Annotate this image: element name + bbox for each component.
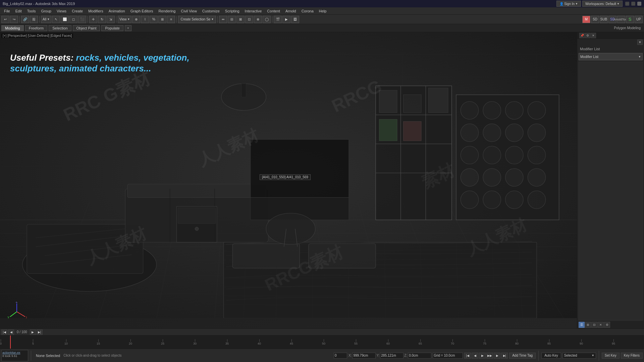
- tab-object-paint[interactable]: Object Paint: [73, 25, 100, 31]
- timeline-start-button[interactable]: |◀: [1, 329, 7, 335]
- x-value[interactable]: 999.79cm: [352, 353, 376, 359]
- menu-arnold[interactable]: Arnold: [283, 8, 299, 14]
- panel-expand-button[interactable]: ▼: [637, 40, 643, 45]
- percent-snap-button[interactable]: %: [150, 16, 158, 23]
- tab-modeling[interactable]: Modeling: [1, 25, 24, 31]
- menu-edit[interactable]: Edit: [13, 8, 24, 14]
- y-value[interactable]: 285.121m: [380, 353, 404, 359]
- select-link-button[interactable]: 🔗: [21, 16, 29, 23]
- menu-file[interactable]: File: [1, 8, 13, 14]
- workspace-dropdown[interactable]: Workspaces: Default ▼: [582, 1, 623, 7]
- select-region-button[interactable]: ⬜: [61, 16, 69, 23]
- view-dropdown[interactable]: View ▼: [118, 16, 131, 23]
- menu-customize[interactable]: Customize: [200, 8, 222, 14]
- unlink-button[interactable]: ⛓: [30, 16, 38, 23]
- spinner-snap-button[interactable]: ⊞: [158, 16, 166, 23]
- select-window-button[interactable]: ◻: [69, 16, 77, 23]
- playback-controls: |◀ ◀ ▶ ▶▶ ▶ ▶|: [464, 353, 508, 359]
- prev-frame-button[interactable]: ◀: [472, 353, 478, 359]
- menu-graph-editors[interactable]: Graph Editors: [128, 8, 156, 14]
- menu-tools[interactable]: Tools: [24, 8, 39, 14]
- select-crossing-button[interactable]: ⬛: [78, 16, 86, 23]
- panel-pin-button[interactable]: 📌: [579, 33, 585, 38]
- arnold-tools-btn[interactable]: ArnoldTools: [617, 16, 625, 23]
- stack-view-button[interactable]: ☰: [579, 322, 585, 328]
- menu-modifiers[interactable]: Modifiers: [86, 8, 106, 14]
- sub-btn2[interactable]: SUB: [600, 16, 608, 23]
- frame-display: 0 / 100: [15, 330, 29, 334]
- close-button[interactable]: ✕: [637, 2, 641, 6]
- select-object-button[interactable]: ↖: [52, 16, 60, 23]
- up-btn[interactable]: UP: [635, 16, 643, 23]
- menu-group[interactable]: Group: [38, 8, 54, 14]
- set-key-button[interactable]: Set Key: [602, 353, 620, 359]
- go-end-button[interactable]: ▶|: [501, 353, 508, 359]
- key-filters-button[interactable]: Key Filters: [621, 353, 643, 359]
- menu-scripting[interactable]: Scripting: [222, 8, 242, 14]
- action-man-link[interactable]: actionMan.ex: [2, 351, 27, 354]
- autokey-button[interactable]: Auto Key: [541, 353, 561, 359]
- edit-named-sel-button[interactable]: ≡: [167, 16, 175, 23]
- angle-snap-button[interactable]: ⌇: [141, 16, 149, 23]
- scale-button[interactable]: ⇲: [107, 16, 115, 23]
- schematic-view-button[interactable]: SD: [591, 16, 599, 23]
- viewport[interactable]: [+] [Perspective] [User-Defined] [Edged …: [0, 32, 577, 328]
- render-frame-button[interactable]: 🖼: [291, 16, 299, 23]
- viewport-label: [+] [Perspective] [User-Defined] [Edged …: [1, 34, 73, 38]
- remove-modifier-button[interactable]: ✕: [598, 322, 604, 328]
- minimize-button[interactable]: ─: [625, 2, 629, 6]
- move-button[interactable]: ✛: [89, 16, 97, 23]
- modifier-dropdown[interactable]: Modifier List ▼: [579, 53, 643, 60]
- place-highlight-button[interactable]: ⊡: [245, 16, 253, 23]
- menu-civil-view[interactable]: Civil View: [178, 8, 199, 14]
- selected-dropdown[interactable]: Selected ▼: [562, 353, 596, 359]
- play-button[interactable]: ▶: [479, 353, 486, 359]
- quick-render-button[interactable]: ▶: [282, 16, 290, 23]
- render-setup-button[interactable]: 🎬: [274, 16, 282, 23]
- z-value[interactable]: 0.0cm: [408, 353, 431, 359]
- timeline-next-button[interactable]: ▶: [30, 329, 36, 335]
- tab-more-button[interactable]: +: [125, 25, 131, 31]
- snap-toggle-button[interactable]: ⊕: [132, 16, 140, 23]
- undo-button[interactable]: ↩: [1, 16, 9, 23]
- svg-point-76: [505, 191, 523, 208]
- panel-close-button[interactable]: ✕: [591, 33, 596, 38]
- hide-button[interactable]: ◯: [263, 16, 271, 23]
- s-btn[interactable]: S: [626, 16, 634, 23]
- rotate-button[interactable]: ↻: [98, 16, 106, 23]
- menu-content[interactable]: Content: [264, 8, 283, 14]
- next-frame-button[interactable]: ▶: [494, 353, 500, 359]
- tab-populate[interactable]: Populate: [101, 25, 123, 31]
- material-editor-button[interactable]: M: [582, 16, 590, 23]
- create-selection-set-button[interactable]: Create Selection Se ▼: [178, 16, 216, 23]
- all-dropdown[interactable]: All ▼: [41, 16, 51, 23]
- redo-button[interactable]: ↪: [10, 16, 18, 23]
- timeline-track[interactable]: 0510152025303540455055606570758085909510…: [0, 336, 644, 349]
- go-start-button[interactable]: |◀: [464, 353, 471, 359]
- signin-button[interactable]: 👤 Sign In ▼: [556, 1, 581, 7]
- make-unique-button[interactable]: ⊟: [591, 322, 597, 328]
- menu-animation[interactable]: Animation: [106, 8, 128, 14]
- isolate-button[interactable]: ⊗: [254, 16, 262, 23]
- timeline-prev-button[interactable]: ◀: [8, 329, 14, 335]
- timeline-playhead[interactable]: [10, 336, 11, 349]
- menu-interactive[interactable]: Interactive: [242, 8, 265, 14]
- menu-rendering[interactable]: Rendering: [156, 8, 178, 14]
- play-selected-button[interactable]: ▶▶: [486, 353, 493, 359]
- menu-corona[interactable]: Corona: [299, 8, 316, 14]
- menu-create[interactable]: Create: [69, 8, 86, 14]
- add-time-tag-button[interactable]: Add Time Tag: [509, 353, 536, 359]
- menu-views[interactable]: Views: [54, 8, 69, 14]
- mirror-button[interactable]: ⇔: [219, 16, 227, 23]
- align-button[interactable]: ⊟: [228, 16, 236, 23]
- tab-freeform[interactable]: Freeform: [25, 25, 48, 31]
- menu-help[interactable]: Help: [316, 8, 329, 14]
- panel-config-button[interactable]: ⚙: [585, 33, 590, 38]
- frame-number-input[interactable]: 0: [334, 353, 347, 359]
- configure-button[interactable]: ⚙: [604, 322, 610, 328]
- timeline-end-button[interactable]: ▶|: [37, 329, 43, 335]
- tab-selection[interactable]: Selection: [49, 25, 71, 31]
- normal-align-button[interactable]: ⊠: [236, 16, 245, 23]
- show-end-button[interactable]: ⊞: [585, 322, 591, 328]
- maximize-button[interactable]: □: [631, 2, 635, 6]
